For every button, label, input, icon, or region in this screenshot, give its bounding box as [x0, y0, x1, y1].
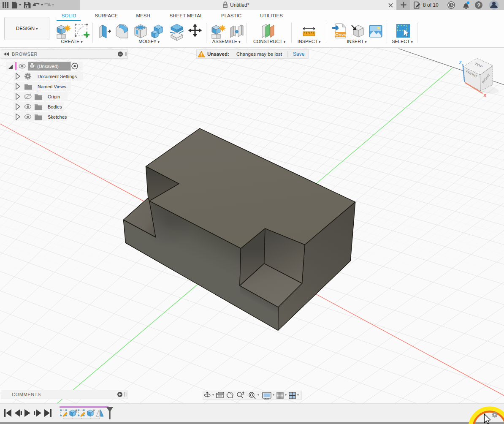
- svg-text:SVG: SVG: [339, 33, 347, 37]
- svg-text:Z: Z: [459, 60, 462, 65]
- svg-text:Sketches: Sketches: [48, 114, 67, 120]
- svg-text:?: ?: [477, 2, 481, 8]
- svg-text:COMMENTS: COMMENTS: [12, 392, 41, 397]
- svg-text:X: X: [483, 93, 487, 98]
- svg-text:Named Views: Named Views: [38, 84, 66, 89]
- svg-text:8 of 10: 8 of 10: [423, 2, 439, 8]
- svg-text:Document Settings: Document Settings: [38, 74, 77, 79]
- svg-text:Origin: Origin: [48, 94, 60, 99]
- svg-text:Untitled*: Untitled*: [230, 2, 249, 8]
- svg-text:BROWSER: BROWSER: [12, 52, 38, 57]
- svg-text:Bodies: Bodies: [48, 104, 62, 109]
- svg-text:(Unsaved): (Unsaved): [37, 64, 59, 69]
- svg-text:!: !: [201, 52, 202, 57]
